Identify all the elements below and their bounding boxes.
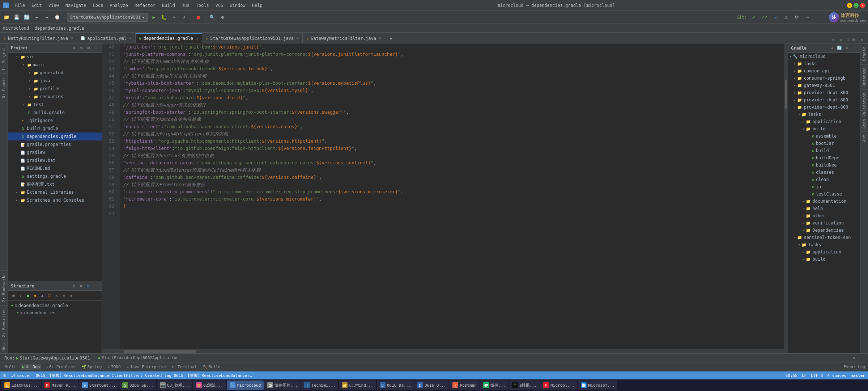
git-double-check-button[interactable]: ✓✓ (760, 13, 769, 22)
struct-icon-6[interactable]: ⬡ (46, 292, 53, 299)
todo-tab[interactable]: ✓ TODO (106, 364, 122, 370)
scrollbar-thumb[interactable] (785, 80, 787, 109)
tab-commit[interactable]: 0: Commit (0, 73, 8, 101)
gradle-item-build-task[interactable]: ⚙ build (788, 147, 860, 154)
spring-tab[interactable]: 🌱 Spring (80, 364, 103, 370)
tab-close-icon[interactable]: × (379, 36, 381, 40)
open-folder-button[interactable]: 📁 (2, 13, 11, 22)
tab-close-icon[interactable]: × (196, 37, 198, 41)
run-close-button[interactable]: − (859, 355, 865, 361)
struct-close-icon[interactable]: − (92, 283, 99, 289)
menu-help[interactable]: Help (249, 2, 265, 9)
tab-gateway-metrics[interactable]: ☕ GatewayMetricsFilter.java × (303, 33, 385, 43)
minimize-button[interactable]: − (847, 3, 852, 8)
breadcrumb-microcloud[interactable]: microcloud (3, 26, 29, 31)
gradle-item-assemble[interactable]: ⚙ assemble (788, 133, 860, 140)
build-tab[interactable]: 🔨 Build (201, 364, 222, 370)
menu-run[interactable]: Run (179, 2, 192, 9)
struct-icon-3[interactable]: ● (25, 292, 31, 299)
menu-file[interactable]: File (12, 2, 28, 9)
tree-item-scratches[interactable]: ▸ 📁 Scratches and Consoles (8, 196, 102, 204)
gradle-add-button[interactable]: + (829, 45, 835, 51)
struct-icon-5[interactable]: ▲ (39, 292, 46, 299)
tab-gradle-right[interactable]: Gradle (860, 43, 868, 64)
tree-item-readme[interactable]: 📄 README.md (8, 164, 102, 172)
taskbar-maven[interactable]: M Maven R... (42, 381, 78, 390)
close-panel-button[interactable]: × (859, 37, 865, 43)
tab-web[interactable]: Web (0, 340, 8, 353)
gradle-item-common-api[interactable]: ▸ 📁 common-api (788, 67, 860, 75)
struct-icon-4[interactable]: ◆ (32, 292, 38, 299)
problems-tab[interactable]: ⚠ 6: Problems (44, 364, 77, 370)
line-ending[interactable]: LF (802, 373, 807, 378)
breadcrumb-file[interactable]: dependencies.gradle (34, 26, 84, 31)
tab-dependencies-gradle[interactable]: G dependencies.gradle × (136, 33, 202, 43)
gradle-item-tasks-2[interactable]: ▾ 📁 Tasks (788, 111, 860, 118)
tree-item-gitignore[interactable]: 🔸 .gitignore (8, 117, 102, 125)
tree-item-profiles[interactable]: ▸ 📁 profiles (8, 85, 102, 93)
tab-netty-routing[interactable]: ☕ NettyRoutingFilter.java × (0, 33, 77, 43)
gradle-item-provider-800-1[interactable]: ▸ 📁 provider-dept-800 (788, 89, 860, 96)
profile-button[interactable]: ⚡ (180, 13, 188, 22)
panel-gear-icon[interactable]: ⚙ (71, 45, 77, 51)
tab-close-icon[interactable]: × (297, 36, 299, 40)
git-push-button[interactable]: ↗ (771, 13, 780, 22)
taskbar-cwindows[interactable]: 📁 C:/Wind... (339, 381, 376, 390)
tree-item-build-gradle-nested[interactable]: G build.gradle (8, 109, 102, 117)
gradle-item-classes[interactable]: ⚙ classes (788, 169, 860, 176)
tree-item-service-config[interactable]: 📝 服务配置.txt (8, 180, 102, 188)
git-tab[interactable]: ⑨ Git (3, 364, 18, 370)
menu-edit[interactable]: Edit (29, 2, 45, 9)
tree-item-gradle-properties[interactable]: 📝 gradle.properties (8, 140, 102, 148)
forward-button[interactable]: → (43, 13, 51, 22)
tab-close-icon[interactable]: × (129, 36, 132, 40)
gradle-item-bootjar[interactable]: ⚙ bootJar (788, 140, 860, 147)
struct-sort-icon[interactable]: ↕ (71, 283, 77, 289)
struct-settings-icon[interactable]: ⚙ (85, 283, 92, 289)
maximize-button[interactable]: □ (854, 3, 859, 8)
tree-item-gradlew[interactable]: 📄 gradlew (8, 148, 102, 156)
split-editor-button[interactable]: ⊞ (830, 37, 837, 43)
settings-button[interactable]: ⚙ (218, 13, 227, 22)
gradle-item-application-2[interactable]: ▸ 📁 application (788, 248, 860, 256)
tab-application-yml[interactable]: 📄 application.yml × (77, 33, 135, 43)
tab-ant[interactable]: Ant (860, 131, 868, 145)
taskbar-wechat-img[interactable]: 🖼 微信图片... (264, 381, 301, 390)
save-button[interactable]: 💾 (12, 13, 21, 22)
coverage-button[interactable]: ☂ (170, 13, 178, 22)
gradle-item-sentinel[interactable]: ▾ 📁 sentinel-token-sen (788, 234, 860, 241)
gradle-item-clean[interactable]: ⚙ clean (788, 176, 860, 183)
gradle-item-buildneeded[interactable]: ⚙ buildNee (788, 161, 860, 169)
run-settings-button[interactable]: ⚙ (851, 355, 857, 361)
gradle-item-gateway[interactable]: ▸ 📁 gateway-9501 (788, 82, 860, 89)
tree-item-java[interactable]: ▸ 📁 java (8, 77, 102, 85)
gradle-item-provider-800-2[interactable]: ▸ 📁 provider-dept-800 (788, 96, 860, 104)
gradle-item-consumer-springb[interactable]: ▸ 📁 consumer-springb (788, 75, 860, 82)
menu-code[interactable]: Code (90, 2, 106, 9)
struct-icon-7[interactable]: ✕ (54, 292, 60, 299)
java-enterprise-tab[interactable]: ☕ Java Enterprise (125, 364, 167, 370)
back-button[interactable]: ← (33, 13, 41, 22)
panel-settings-icon[interactable]: ⊞ (85, 45, 92, 51)
gradle-item-verification[interactable]: ▸ 📁 verification (788, 219, 860, 227)
bt-run-tab[interactable]: Run: ▶ StartGatewayApplication9501 (3, 355, 92, 361)
git-checkmark-button[interactable]: ✓ (749, 13, 758, 22)
taskbar-editplus[interactable]: E EditPlus... (1, 381, 41, 390)
close-button[interactable]: × (860, 3, 865, 8)
struct-item-dependencies[interactable]: ▾ m dependencies (8, 309, 102, 316)
tree-item-test[interactable]: ▸ 📁 test (8, 101, 102, 109)
struct-item-file[interactable]: ▾ G dependencies.gradle (8, 302, 102, 309)
sync-button[interactable]: 🔄 (22, 13, 31, 22)
recent-button[interactable]: ⌚ (53, 13, 61, 22)
gradle-item-help[interactable]: ▸ 📁 help (788, 205, 860, 212)
gradle-item-build-expanded[interactable]: ▾ 📁 build (788, 125, 860, 133)
taskbar-postman[interactable]: P Postman (450, 381, 479, 390)
taskbar-0616d[interactable]: D 0616 D... (414, 381, 449, 390)
taskbar-microcloud[interactable]: 🔧 microcloud (227, 381, 264, 390)
tab-close-icon[interactable]: × (71, 36, 73, 40)
gradle-settings-button[interactable]: ⚙ (843, 45, 850, 51)
gradle-close-button[interactable]: − (851, 45, 857, 51)
run-tab-4[interactable]: ▶ 4: Run (21, 364, 41, 370)
taskbar-0206sp[interactable]: S 0206 Sp... (119, 381, 156, 390)
gradle-item-application[interactable]: ▸ 📁 application (788, 118, 860, 125)
